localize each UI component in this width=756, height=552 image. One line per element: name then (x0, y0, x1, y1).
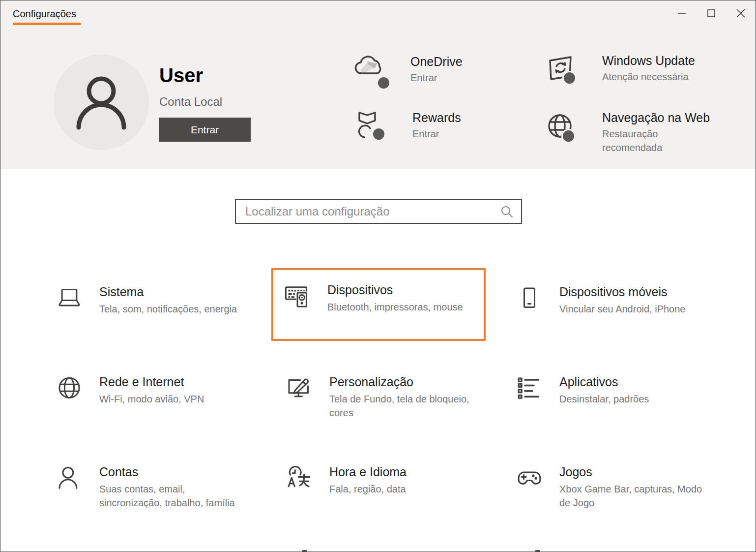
personalization-icon (286, 375, 313, 402)
gamepad-icon (516, 465, 543, 492)
tile-subtitle: Fala, região, data (329, 482, 407, 496)
tile-sistema[interactable]: Sistema Tela, som, notificações, energia (41, 268, 256, 341)
tile-aplicativos[interactable]: Aplicativos Desinstalar, padrões (501, 358, 716, 431)
quick-item-windows-update[interactable]: Windows Update Atenção necessária (545, 53, 695, 87)
account-type-label: Conta Local (159, 95, 222, 109)
web-status-badge (561, 129, 576, 143)
tile-title: Contas (99, 464, 247, 480)
user-icon (64, 65, 138, 139)
tile-title: Rede e Internet (99, 374, 204, 390)
windows-update-icon (545, 53, 580, 87)
title-accent-underline (13, 23, 81, 25)
onedrive-cloud-icon (353, 54, 388, 88)
tile-subtitle: Bluetooth, impressoras, mouse (327, 300, 463, 314)
quick-item-title: Navegação na Web (602, 110, 710, 125)
settings-header: Configurações User Conta Local Entrar (0, 0, 756, 169)
tile-subtitle: Vincular seu Android, iPhone (559, 302, 685, 316)
tile-title: Personalização (329, 374, 477, 390)
globe-icon (56, 375, 83, 402)
tile-title: Dispositivos (327, 282, 463, 298)
minimize-button[interactable] (667, 0, 697, 26)
tile-subtitle: Suas contas, email, sincronização, traba… (99, 482, 247, 510)
tile-subtitle: Tela, som, notificações, energia (99, 302, 237, 316)
partial-next-row-icon (535, 550, 540, 552)
quick-item-subtitle: Entrar (412, 127, 461, 141)
update-status-badge (562, 71, 577, 85)
avatar (54, 55, 149, 150)
laptop-icon (56, 285, 83, 312)
tile-subtitle: Desinstalar, padrões (559, 392, 649, 406)
rewards-status-badge (372, 127, 386, 141)
maximize-icon (705, 7, 717, 19)
quick-item-subtitle: Restauração recomendada (602, 127, 708, 154)
window-controls (667, 0, 756, 26)
user-name: User (159, 64, 203, 87)
quick-item-subtitle: Entrar (410, 71, 463, 85)
minimize-icon (676, 7, 688, 19)
settings-grid: Sistema Tela, som, notificações, energia… (41, 268, 716, 521)
close-button[interactable] (726, 0, 756, 26)
tile-contas[interactable]: Contas Suas contas, email, sincronização… (41, 448, 256, 521)
tile-title: Hora e Idioma (329, 464, 407, 480)
quick-item-subtitle: Atenção necessária (602, 70, 695, 84)
web-globe-icon (545, 110, 580, 144)
page-title: Configurações (13, 8, 76, 20)
phone-icon (516, 285, 543, 312)
maximize-button[interactable] (697, 0, 726, 26)
quick-item-title: OneDrive (410, 54, 463, 69)
tile-subtitle: Xbox Game Bar, capturas, Modo de Jogo (559, 482, 707, 510)
quick-item-title: Windows Update (602, 53, 695, 68)
time-language-icon (286, 465, 313, 492)
tile-rede-internet[interactable]: Rede e Internet Wi-Fi, modo avião, VPN (41, 358, 256, 431)
accounts-person-icon (56, 465, 83, 492)
search-input[interactable] (236, 205, 500, 218)
tile-dispositivos[interactable]: Dispositivos Bluetooth, impressoras, mou… (271, 268, 486, 341)
search-box (235, 199, 522, 224)
tile-title: Aplicativos (559, 374, 649, 390)
tile-title: Sistema (99, 284, 237, 300)
tile-title: Dispositivos móveis (559, 284, 685, 300)
partial-next-row-icon (302, 550, 307, 552)
quick-item-rewards[interactable]: Rewards Entrar (355, 110, 461, 144)
quick-item-title: Rewards (412, 110, 461, 125)
search-icon (500, 205, 513, 218)
onedrive-status-badge (377, 76, 391, 90)
quick-item-web-browsing[interactable]: Navegação na Web Restauração recomendada (545, 110, 710, 154)
tile-subtitle: Wi-Fi, modo avião, VPN (99, 392, 204, 406)
devices-icon (284, 283, 311, 310)
tile-title: Jogos (559, 464, 707, 480)
quick-item-onedrive[interactable]: OneDrive Entrar (353, 54, 463, 88)
sign-in-button[interactable]: Entrar (159, 118, 251, 142)
apps-list-icon (516, 375, 543, 402)
close-icon (735, 7, 747, 19)
tile-personalizacao[interactable]: Personalização Tela de Fundo, tela de bl… (271, 358, 486, 431)
rewards-ribbon-icon (355, 110, 390, 144)
tile-hora-idioma[interactable]: Hora e Idioma Fala, região, data (271, 448, 486, 521)
tile-jogos[interactable]: Jogos Xbox Game Bar, capturas, Modo de J… (501, 448, 716, 521)
tile-subtitle: Tela de Fundo, tela de bloqueio, cores (329, 392, 477, 420)
tile-dispositivos-moveis[interactable]: Dispositivos móveis Vincular seu Android… (501, 268, 716, 341)
